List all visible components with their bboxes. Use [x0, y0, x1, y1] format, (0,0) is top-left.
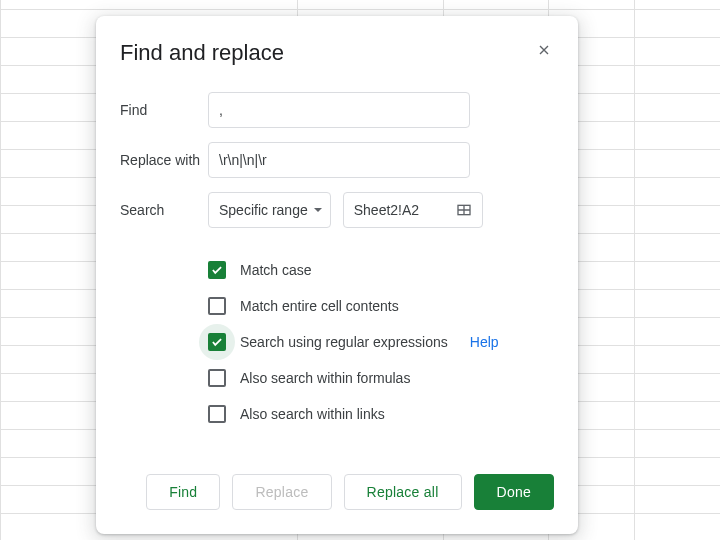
match-entire-checkbox[interactable] [208, 297, 226, 315]
regex-checkbox-halo [199, 324, 235, 360]
match-entire-label: Match entire cell contents [240, 298, 399, 314]
search-label: Search [120, 202, 208, 218]
range-input[interactable]: Sheet2!A2 [343, 192, 483, 228]
replace-button: Replace [232, 474, 331, 510]
options-group: Match case Match entire cell contents Se… [208, 252, 554, 432]
find-replace-dialog: Find and replace Find Replace with Searc… [96, 16, 578, 534]
done-button[interactable]: Done [474, 474, 554, 510]
find-button[interactable]: Find [146, 474, 220, 510]
range-value: Sheet2!A2 [354, 202, 419, 218]
close-button[interactable] [532, 38, 556, 62]
close-icon [536, 42, 552, 58]
formulas-checkbox[interactable] [208, 369, 226, 387]
dialog-title: Find and replace [120, 40, 554, 66]
dialog-footer: Find Replace Replace all Done [120, 474, 554, 510]
formulas-label: Also search within formulas [240, 370, 410, 386]
find-label: Find [120, 102, 208, 118]
check-icon [210, 335, 224, 349]
find-input[interactable] [208, 92, 470, 128]
regex-checkbox[interactable] [208, 333, 226, 351]
replace-all-button[interactable]: Replace all [344, 474, 462, 510]
search-scope-value: Specific range [219, 202, 308, 218]
match-case-checkbox[interactable] [208, 261, 226, 279]
match-case-label: Match case [240, 262, 312, 278]
links-label: Also search within links [240, 406, 385, 422]
links-checkbox[interactable] [208, 405, 226, 423]
chevron-down-icon [314, 208, 322, 212]
search-scope-select[interactable]: Specific range [208, 192, 331, 228]
select-range-icon[interactable] [456, 202, 472, 218]
regex-label: Search using regular expressions [240, 334, 448, 350]
replace-input[interactable] [208, 142, 470, 178]
replace-with-label: Replace with [120, 152, 208, 168]
regex-help-link[interactable]: Help [470, 334, 499, 350]
check-icon [210, 263, 224, 277]
